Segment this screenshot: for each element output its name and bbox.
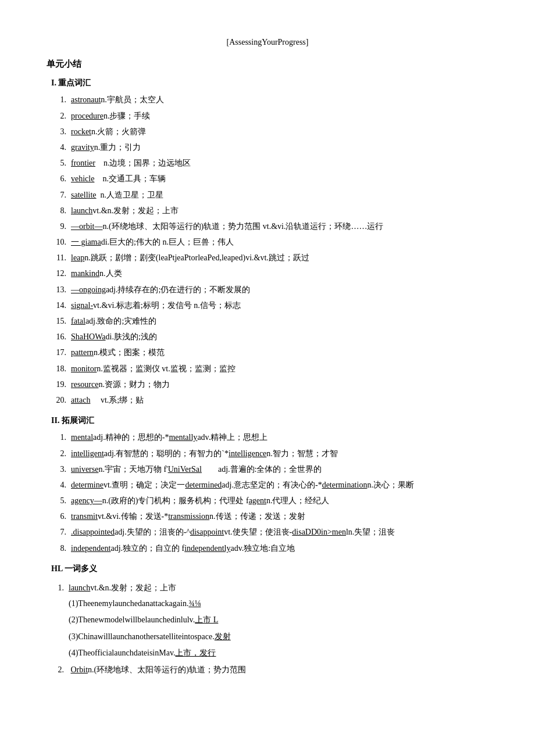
list-item: 19. resourcen.资源；财力；物力 bbox=[47, 377, 488, 392]
example-1: (1)Theenemylaunchedanattackagain.¾⅛ bbox=[69, 596, 488, 611]
list-item: 4. determinevt.查明；确定；决定一determinedadj.意志… bbox=[47, 478, 488, 492]
list-item: 10. 一 giamadi.巨大的;伟大的 n.巨人；巨兽；伟人 bbox=[47, 235, 488, 249]
list-item: 8. launchvt.&n.发射；发起；上市 bbox=[47, 203, 488, 218]
list-item: 8. independentadj.独立的；自立的 findependently… bbox=[47, 541, 488, 556]
list-item: 14. signal-vt.&vi.标志着;标明；发信号 n.信号；标志 bbox=[47, 298, 488, 313]
section-title: 单元小结 bbox=[47, 56, 488, 72]
list-item: 15. fataladj.致命的;灾难性的 bbox=[47, 314, 488, 328]
section-hl: HL 一词多义 1. launchvt.&n.发射；发起；上市 (1)Theen… bbox=[47, 561, 488, 677]
examples-block: (1)Theenemylaunchedanattackagain.¾⅛ (2)T… bbox=[52, 596, 488, 660]
multi-meaning-section: 1. launchvt.&n.发射；发起；上市 (1)Theenemylaunc… bbox=[52, 581, 488, 677]
list-item: 18. monitorn.监视器；监测仪 vt.监视；监测；监控 bbox=[47, 361, 488, 376]
list-item: 17. patternn.模式；图案；模范 bbox=[47, 345, 488, 360]
list-item: 6. vehicle n.交通工具；车辆 bbox=[47, 171, 488, 186]
multi-item-2: 2. Orbitn.(环绕地球、太阳等运行的)轨道；势力范围 bbox=[52, 662, 488, 677]
list-item: 2. proceduren.步骤；手续 bbox=[47, 109, 488, 123]
list-item: 2. intelligentadj.有智慧的；聪明的；有智力的`*intelli… bbox=[47, 446, 488, 461]
example-3: (3)Chinawilllaunchanothersatelliteintosp… bbox=[69, 629, 488, 644]
list-item: 12. mankindn.人类 bbox=[47, 266, 488, 281]
example-2: (2)Thenewmodelwillbelaunchedinlulv.上市 L bbox=[69, 612, 488, 627]
list-item: 7. .disappointedadj.失望的；沮丧的-^disappointv… bbox=[47, 525, 488, 539]
list-item: 9. —orbit—n.(环绕地球、太阳等运行的)轨道；势力范围 vt.&vi.… bbox=[47, 219, 488, 234]
list-item: 11. leapn.跳跃；剧增；剧变(leaPtjeaPtorleaPed,le… bbox=[47, 250, 488, 265]
vocab-list-ii: 1. mentaladj.精神的；思想的-*mentallyadv.精神上；思想… bbox=[47, 430, 488, 556]
list-item: 20. attach vt.系;绑；贴 bbox=[47, 393, 488, 407]
main-content: 单元小结 I. 重点词汇 1. astronautn.宇航员；太空人 2. pr… bbox=[47, 56, 488, 677]
sub-section-ii-title: II. 拓展词汇 bbox=[51, 413, 488, 428]
multi-item-1: 1. launchvt.&n.发射；发起；上市 bbox=[52, 581, 488, 595]
list-item: 1. astronautn.宇航员；太空人 bbox=[47, 92, 488, 107]
sub-section-hl-title: HL 一词多义 bbox=[51, 561, 488, 576]
vocab-list-i: 1. astronautn.宇航员；太空人 2. proceduren.步骤；手… bbox=[47, 92, 488, 407]
list-item: 7. satellite n.人造卫星；卫星 bbox=[47, 188, 488, 202]
list-item: 13. —ongoingadj.持续存在的;仍在进行的；不断发展的 bbox=[47, 282, 488, 297]
list-item: 3. rocketn.火箭；火箭弹 bbox=[47, 124, 488, 139]
page-header: [AssessingYourProgress] bbox=[47, 35, 488, 49]
example-4: (4)TheofficialaunchdateisinMav.上市，发行 bbox=[69, 646, 488, 660]
list-item: 3. universen.宇宙；天地万物 f'UniVerSal adj.普遍的… bbox=[47, 462, 488, 476]
sub-section-i-title: I. 重点词汇 bbox=[51, 76, 488, 90]
list-item: 5. agency—n.(政府的)专门机构；服务机构；代理处 fagentn.代… bbox=[47, 493, 488, 508]
list-item: 1. mentaladj.精神的；思想的-*mentallyadv.精神上；思想… bbox=[47, 430, 488, 445]
list-item: 4. gravityn.重力；引力 bbox=[47, 140, 488, 155]
section-ii: II. 拓展词汇 1. mentaladj.精神的；思想的-*mentallya… bbox=[47, 413, 488, 556]
list-item: 16. ShaHOWadi.肤浅的;浅的 bbox=[47, 329, 488, 344]
list-item: 5. frontier n.边境；国界；边远地区 bbox=[47, 156, 488, 170]
list-item: 6. transmitvt.&vi.传输；发送-*transmissionn.传… bbox=[47, 509, 488, 524]
